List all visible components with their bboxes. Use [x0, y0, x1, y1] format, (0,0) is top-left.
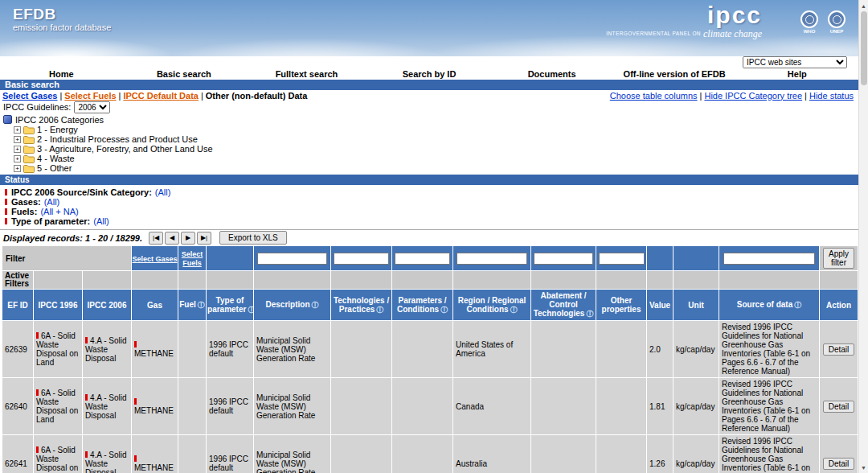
status-item: Type of parameter: (All) — [5, 216, 858, 225]
filter-other-properties-input[interactable] — [599, 253, 645, 265]
pager-button[interactable]: ◀ — [165, 232, 179, 245]
scrollbar-thumb[interactable] — [861, 11, 867, 85]
expand-icon[interactable] — [14, 146, 21, 153]
status-value-link[interactable]: (All + NA) — [40, 207, 78, 216]
unit-cell: kg/cap/day — [674, 378, 719, 434]
status-marker-icon — [85, 394, 88, 401]
other-data-link[interactable]: Other (non-default) Data — [206, 91, 308, 101]
select-gases-link[interactable]: Select Gases — [2, 91, 58, 101]
nav-item[interactable]: Help — [735, 69, 858, 79]
info-icon[interactable]: ⓘ — [440, 306, 448, 314]
info-icon[interactable]: ⓘ — [586, 310, 593, 318]
col-ipcc-1996: IPCC 1996 — [34, 290, 82, 320]
tree-node[interactable]: 2 - Industrial Processes and Product Use — [14, 134, 855, 144]
scroll-up-icon[interactable]: ▲ — [859, 0, 868, 11]
value-cell: 2.0 — [647, 321, 673, 377]
separator: | — [119, 91, 121, 101]
vertical-scrollbar[interactable]: ▲ ▼ — [858, 0, 868, 473]
export-xls-button[interactable]: Export to XLS — [219, 231, 287, 245]
filter-description-input[interactable] — [257, 253, 327, 265]
status-item: Fuels: (All + NA) — [5, 207, 858, 216]
expand-icon[interactable] — [14, 155, 21, 162]
status-value-link[interactable]: (All) — [44, 197, 60, 207]
gas-cell: METHANE — [132, 435, 178, 473]
parameters-cell — [392, 321, 452, 377]
pager-button[interactable]: ▶| — [197, 232, 211, 245]
expand-icon[interactable] — [14, 126, 21, 134]
info-icon[interactable]: ⓘ — [312, 301, 319, 309]
nav-item[interactable]: Home — [0, 69, 123, 79]
status-value-link[interactable]: (All) — [93, 216, 109, 226]
folder-icon — [23, 125, 35, 134]
folder-icon — [23, 154, 35, 163]
pager-button[interactable]: ▶ — [181, 232, 195, 245]
guidelines-select[interactable]: 2006 — [74, 101, 110, 113]
ipcc-websites-select[interactable]: IPCC web sites — [743, 56, 847, 68]
ipcc-2006-cell: 4.A - Solid Waste Disposal — [83, 321, 131, 377]
category-tree: IPCC 2006 Categories 1 - Energy 2 - Indu… — [0, 113, 858, 175]
type-of-parameter-cell: 1996 IPCC default — [207, 378, 253, 434]
col-label: Value — [649, 301, 670, 310]
select-fuels-filter-link[interactable]: Select Fuels — [182, 250, 203, 267]
col-region: Region / Regional Conditionsⓘ — [453, 290, 530, 320]
ipcc-2006-text: 4.A - Solid Waste Disposal — [85, 393, 127, 420]
scroll-down-icon[interactable]: ▼ — [859, 462, 868, 473]
ipcc-default-data-link[interactable]: IPCC Default Data — [123, 91, 199, 101]
select-fuels-link[interactable]: Select Fuels — [64, 91, 116, 101]
col-ef-id: EF ID — [2, 290, 33, 320]
status-marker-icon — [134, 341, 137, 348]
detail-button[interactable]: Detail — [823, 458, 855, 470]
filter-technologies-input[interactable] — [334, 253, 389, 265]
nav-item[interactable]: Documents — [490, 69, 613, 79]
status-marker-icon — [5, 218, 7, 224]
col-label: Parameters / Conditions — [397, 296, 447, 314]
gas-text: METHANE — [134, 463, 174, 472]
region-cell: Canada — [453, 378, 530, 434]
nav-item[interactable]: Search by ID — [368, 69, 491, 79]
nav-item[interactable]: Off-line version of EFDB — [613, 69, 736, 79]
hide-status-link[interactable]: Hide status — [809, 91, 854, 101]
nav-item[interactable]: Basic search — [123, 69, 246, 79]
tree-node[interactable]: 4 - Waste — [14, 154, 855, 163]
technologies-cell — [331, 321, 391, 377]
status-value-link[interactable]: (All) — [155, 187, 171, 197]
view-links: Choose table columns|Hide IPCC Category … — [610, 91, 854, 101]
ipcc-2006-cell: 4.A - Solid Waste Disposal — [83, 435, 131, 473]
select-gases-filter-link[interactable]: Select Gases — [133, 255, 178, 263]
filter-region-input[interactable] — [457, 253, 527, 265]
pager-button[interactable]: |◀ — [149, 232, 163, 245]
tree-node[interactable]: 3 - Agriculture, Forestry, and Other Lan… — [14, 144, 855, 154]
info-icon[interactable]: ⓘ — [794, 301, 801, 309]
gas-text: METHANE — [134, 406, 174, 415]
expand-icon[interactable] — [14, 136, 21, 143]
info-icon[interactable]: ⓘ — [510, 306, 518, 314]
info-icon[interactable]: ⓘ — [198, 301, 205, 309]
page-title: Basic search — [5, 80, 59, 89]
apply-filter-button[interactable]: Apply filter — [823, 248, 854, 269]
ipcc-tagline-emphasis: climate change — [703, 28, 762, 39]
nav-item[interactable]: Fulltext search — [245, 69, 368, 79]
col-label: Abatement / Control Technologies — [534, 291, 587, 318]
separator: | — [805, 91, 807, 101]
col-source-of-data: Source of dataⓘ — [719, 290, 819, 320]
filter-parameters-input[interactable] — [395, 253, 450, 265]
choose-table-columns-link[interactable]: Choose table columns — [610, 91, 698, 101]
abatement-cell — [531, 435, 596, 473]
active-filters-row: Active Filters — [2, 271, 858, 289]
tree-root[interactable]: IPCC 2006 Categories — [3, 114, 855, 125]
detail-button[interactable]: Detail — [823, 401, 855, 413]
action-cell: Detail — [820, 378, 858, 434]
tree-node[interactable]: 5 - Other — [14, 163, 855, 173]
hide-category-tree-link[interactable]: Hide IPCC Category tree — [704, 91, 802, 101]
detail-button[interactable]: Detail — [823, 343, 855, 356]
filter-type-cell — [207, 246, 253, 270]
expand-icon[interactable] — [14, 165, 21, 172]
filter-region-cell — [453, 246, 530, 270]
ipcc-2006-cell: 4.A - Solid Waste Disposal — [83, 378, 131, 434]
ef-id-cell: 62640 — [2, 378, 33, 434]
tree-node[interactable]: 1 - Energy — [14, 125, 855, 134]
filter-abatement-input[interactable] — [534, 253, 593, 265]
filter-source-input[interactable] — [723, 253, 815, 265]
info-icon[interactable]: ⓘ — [248, 306, 253, 314]
info-icon[interactable]: ⓘ — [376, 306, 383, 314]
